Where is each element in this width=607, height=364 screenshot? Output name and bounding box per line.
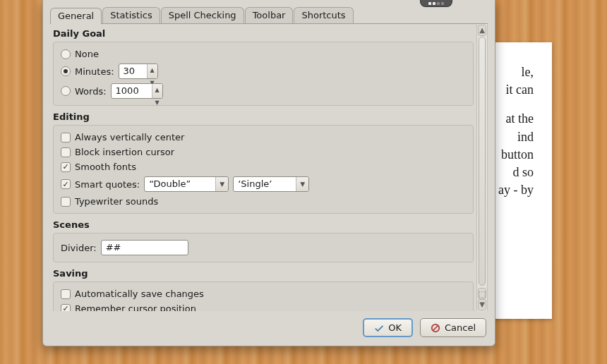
chevron-down-icon[interactable]: ▼ [215,177,228,191]
check-label: Block insertion cursor [75,147,174,157]
words-value: 1000 [116,85,139,96]
section-title-scenes: Scenes [50,218,476,231]
radio-dailygoal-minutes[interactable] [61,66,71,76]
ok-button[interactable]: OK [363,318,413,337]
tab-statistics[interactable]: Statistics [102,7,160,23]
radio-label: Words: [75,86,107,97]
window-controls-icon[interactable] [420,0,452,7]
settings-scroll-area: Daily Goal None Minutes: 30 ▲▼ [50,24,476,311]
tab-general[interactable]: General [50,8,102,24]
minutes-value: 30 [124,66,136,76]
spin-up-icon[interactable]: ▲ [148,64,157,77]
titlebar-remnant [43,0,495,7]
combo-value: “Double” [149,178,191,189]
svg-line-1 [433,325,438,330]
tab-label: Spell Checking [169,10,236,20]
tab-toolbar[interactable]: Toolbar [245,7,294,23]
scroll-up-icon[interactable]: ▲ [478,25,486,36]
group-saving: Automatically save changes ✓ Remember cu… [53,281,474,311]
radio-label: Minutes: [75,66,114,77]
group-dailygoal: None Minutes: 30 ▲▼ Words: [53,42,474,106]
check-label: Automatically save changes [75,289,204,299]
cancel-button[interactable]: Cancel [420,318,486,337]
check-label: Smooth fonts [75,162,136,172]
group-editing: Always vertically center Block insertion… [53,125,474,214]
scroll-thumb[interactable] [479,37,486,286]
spin-up-icon[interactable]: ▲ [152,84,162,97]
check-autosave[interactable] [61,289,71,299]
check-smartquotes[interactable]: ✓ [61,179,71,189]
section-title-dailygoal: Daily Goal [50,27,476,40]
ok-label: OK [388,322,402,333]
radio-dailygoal-none[interactable] [61,49,71,59]
cancel-label: Cancel [445,322,476,333]
check-smoothfonts[interactable]: ✓ [61,162,71,172]
check-typewriter[interactable] [61,197,71,207]
tab-shortcuts[interactable]: Shortcuts [294,7,353,23]
spin-handles[interactable]: ▲▼ [147,64,157,78]
divider-value: ## [106,242,121,253]
smartquotes-double-select[interactable]: “Double” ▼ [144,176,229,192]
tab-label: Shortcuts [301,10,345,20]
check-rememberpos[interactable]: ✓ [61,304,71,312]
words-spinbox[interactable]: 1000 ▲▼ [111,83,163,99]
check-blockcursor[interactable] [61,147,71,157]
divider-input[interactable]: ## [101,240,188,255]
divider-label: Divider: [61,243,97,253]
combo-value: ‘Single’ [238,178,272,189]
tab-spellcheck[interactable]: Spell Checking [161,7,244,23]
group-scenes: Divider: ## [53,233,474,262]
section-title-saving: Saving [50,267,476,280]
button-bar: OK Cancel [43,311,495,346]
ok-icon [374,323,384,333]
check-label: Typewriter sounds [75,196,158,207]
chevron-down-icon[interactable]: ▼ [296,177,308,191]
tab-label: General [58,11,94,21]
minutes-spinbox[interactable]: 30 ▲▼ [119,63,158,79]
vertical-scrollbar[interactable]: ▲ ⬚ ▼ [476,24,488,311]
smartquotes-single-select[interactable]: ‘Single’ ▼ [233,176,309,192]
scroll-down-icon[interactable]: ▼ [478,299,486,310]
radio-label: None [75,49,99,59]
check-label: Remember cursor position [75,303,196,311]
cancel-icon [431,323,440,333]
tab-label: Statistics [110,10,152,20]
radio-dailygoal-words[interactable] [61,86,71,96]
check-vcenter[interactable] [61,133,71,142]
preferences-dialog: General Statistics Spell Checking Toolba… [42,0,495,346]
check-label: Smart quotes: [75,179,140,190]
scroll-grip-icon[interactable]: ⬚ [478,288,486,299]
section-title-editing: Editing [50,110,476,123]
spin-handles[interactable]: ▲▼ [152,84,162,98]
check-label: Always vertically center [75,132,184,142]
tab-label: Toolbar [253,10,286,20]
spin-down-icon[interactable]: ▼ [152,97,162,109]
